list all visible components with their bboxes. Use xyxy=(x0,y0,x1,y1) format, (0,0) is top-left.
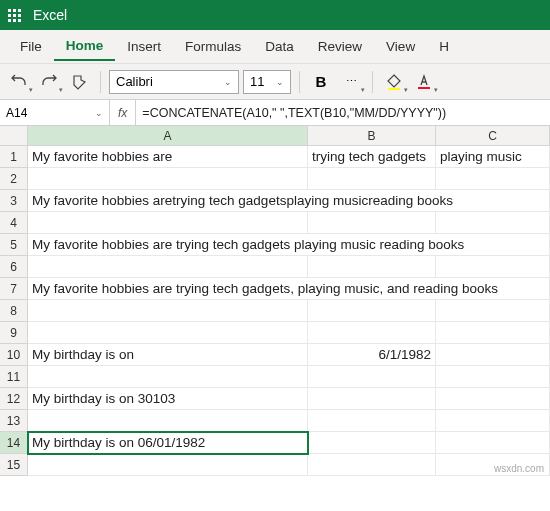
cell-a14[interactable]: My birthday is on 06/01/1982 xyxy=(28,432,308,454)
cell-a5[interactable]: My favorite hobbies are trying tech gadg… xyxy=(28,234,550,256)
cell-a1[interactable]: My favorite hobbies are xyxy=(28,146,308,168)
cell-c10[interactable] xyxy=(436,344,550,366)
cell-b14[interactable] xyxy=(308,432,436,454)
apps-icon[interactable] xyxy=(8,9,21,22)
cell-c4[interactable] xyxy=(436,212,550,234)
row-header[interactable]: 7 xyxy=(0,278,28,300)
menu-home[interactable]: Home xyxy=(54,32,116,61)
row-header[interactable]: 9 xyxy=(0,322,28,344)
cell-c9[interactable] xyxy=(436,322,550,344)
app-name: Excel xyxy=(33,7,67,23)
menu-help[interactable]: H xyxy=(427,33,461,60)
row-7: 7 My favorite hobbies are trying tech ga… xyxy=(0,278,550,300)
row-header[interactable]: 8 xyxy=(0,300,28,322)
cell-c11[interactable] xyxy=(436,366,550,388)
menu-formulas[interactable]: Formulas xyxy=(173,33,253,60)
row-3: 3 My favorite hobbies aretrying tech gad… xyxy=(0,190,550,212)
cell-a15[interactable] xyxy=(28,454,308,476)
menu-review[interactable]: Review xyxy=(306,33,374,60)
cell-b10[interactable]: 6/1/1982 xyxy=(308,344,436,366)
menu-insert[interactable]: Insert xyxy=(115,33,173,60)
cell-a2[interactable] xyxy=(28,168,308,190)
menu-view[interactable]: View xyxy=(374,33,427,60)
cell-a8[interactable] xyxy=(28,300,308,322)
name-box[interactable]: A14 ⌄ xyxy=(0,100,110,125)
formula-input[interactable]: =CONCATENATE(A10," ",TEXT(B10,"MM/DD/YYY… xyxy=(136,106,550,120)
bold-button[interactable]: B xyxy=(308,69,334,95)
cell-c14[interactable] xyxy=(436,432,550,454)
fx-icon[interactable]: fx xyxy=(110,100,136,125)
cell-b1[interactable]: trying tech gadgets xyxy=(308,146,436,168)
row-header[interactable]: 15 xyxy=(0,454,28,476)
name-box-value: A14 xyxy=(6,106,27,120)
row-header[interactable]: 3 xyxy=(0,190,28,212)
cell-b15[interactable] xyxy=(308,454,436,476)
toolbar-separator xyxy=(100,71,101,93)
cell-a13[interactable] xyxy=(28,410,308,432)
grid-rows: 1 My favorite hobbies are trying tech ga… xyxy=(0,146,550,476)
formula-bar: A14 ⌄ fx =CONCATENATE(A10," ",TEXT(B10,"… xyxy=(0,100,550,126)
select-all-corner[interactable] xyxy=(0,126,28,146)
row-header[interactable]: 11 xyxy=(0,366,28,388)
font-name-select[interactable]: Calibri ⌄ xyxy=(109,70,239,94)
cell-a3[interactable]: My favorite hobbies aretrying tech gadge… xyxy=(28,190,550,212)
row-header[interactable]: 13 xyxy=(0,410,28,432)
font-color-button[interactable]: ▾ xyxy=(411,69,437,95)
menu-data[interactable]: Data xyxy=(253,33,306,60)
format-painter-button[interactable] xyxy=(66,69,92,95)
cell-c1[interactable]: playing music xyxy=(436,146,550,168)
chevron-down-icon: ⌄ xyxy=(95,108,103,118)
font-name-value: Calibri xyxy=(116,74,153,89)
title-bar: Excel xyxy=(0,0,550,30)
fill-color-button[interactable]: ▾ xyxy=(381,69,407,95)
cell-a4[interactable] xyxy=(28,212,308,234)
cell-b9[interactable] xyxy=(308,322,436,344)
cell-b12[interactable] xyxy=(308,388,436,410)
col-header-b[interactable]: B xyxy=(308,126,436,146)
toolbar-separator xyxy=(372,71,373,93)
cell-a9[interactable] xyxy=(28,322,308,344)
font-size-select[interactable]: 11 ⌄ xyxy=(243,70,291,94)
col-header-a[interactable]: A xyxy=(28,126,308,146)
cell-a12[interactable]: My birthday is on 30103 xyxy=(28,388,308,410)
menu-file[interactable]: File xyxy=(8,33,54,60)
row-header[interactable]: 6 xyxy=(0,256,28,278)
row-8: 8 xyxy=(0,300,550,322)
column-headers: A B C xyxy=(0,126,550,146)
cell-c12[interactable] xyxy=(436,388,550,410)
cell-c6[interactable] xyxy=(436,256,550,278)
cell-c8[interactable] xyxy=(436,300,550,322)
row-header[interactable]: 2 xyxy=(0,168,28,190)
row-header[interactable]: 1 xyxy=(0,146,28,168)
row-5: 5 My favorite hobbies are trying tech ga… xyxy=(0,234,550,256)
row-header[interactable]: 10 xyxy=(0,344,28,366)
row-13: 13 xyxy=(0,410,550,432)
row-10: 10 My birthday is on 6/1/1982 xyxy=(0,344,550,366)
row-header[interactable]: 5 xyxy=(0,234,28,256)
cell-a6[interactable] xyxy=(28,256,308,278)
cell-c13[interactable] xyxy=(436,410,550,432)
cell-b13[interactable] xyxy=(308,410,436,432)
redo-button[interactable]: ▾ xyxy=(36,69,62,95)
row-4: 4 xyxy=(0,212,550,234)
row-header[interactable]: 14 xyxy=(0,432,28,454)
cell-c2[interactable] xyxy=(436,168,550,190)
cell-b11[interactable] xyxy=(308,366,436,388)
row-12: 12 My birthday is on 30103 xyxy=(0,388,550,410)
watermark: wsxdn.com xyxy=(494,463,544,474)
cell-b4[interactable] xyxy=(308,212,436,234)
undo-button[interactable]: ▾ xyxy=(6,69,32,95)
cell-b8[interactable] xyxy=(308,300,436,322)
row-2: 2 xyxy=(0,168,550,190)
more-format-button[interactable]: ⋯▾ xyxy=(338,69,364,95)
chevron-down-icon: ⌄ xyxy=(224,77,232,87)
col-header-c[interactable]: C xyxy=(436,126,550,146)
cell-b6[interactable] xyxy=(308,256,436,278)
row-header[interactable]: 12 xyxy=(0,388,28,410)
cell-a10[interactable]: My birthday is on xyxy=(28,344,308,366)
cell-b2[interactable] xyxy=(308,168,436,190)
cell-a7[interactable]: My favorite hobbies are trying tech gadg… xyxy=(28,278,550,300)
cell-a11[interactable] xyxy=(28,366,308,388)
row-header[interactable]: 4 xyxy=(0,212,28,234)
toolbar: ▾ ▾ Calibri ⌄ 11 ⌄ B ⋯▾ ▾ ▾ xyxy=(0,64,550,100)
